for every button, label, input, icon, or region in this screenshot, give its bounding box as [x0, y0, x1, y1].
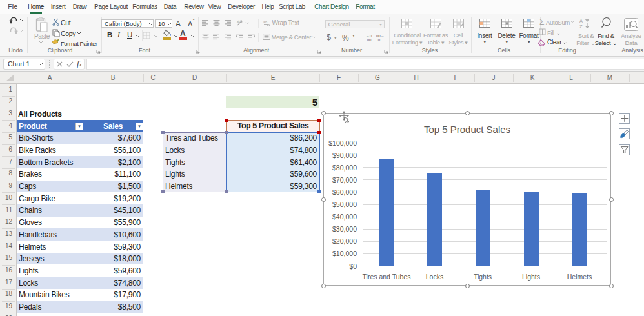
- svg-text:ab: ab: [263, 20, 267, 24]
- svg-text:ab: ab: [237, 19, 241, 23]
- svg-text:Z: Z: [579, 24, 583, 30]
- svg-text:.0: .0: [377, 38, 381, 42]
- svg-text:.00: .00: [366, 38, 372, 42]
